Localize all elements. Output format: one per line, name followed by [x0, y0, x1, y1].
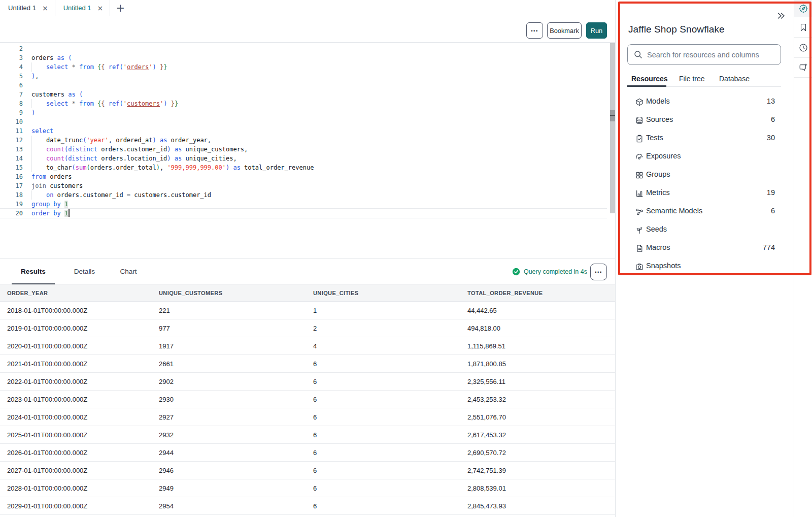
results-tab-chart[interactable]: Chart: [109, 258, 148, 284]
table-cell: 6: [313, 408, 317, 426]
table-row-0[interactable]: 2018-01-01T00:00:00.000Z221144,442.65: [0, 302, 615, 319]
resource-label: Models: [646, 97, 670, 105]
table-row-2[interactable]: 2020-01-01T00:00:00.000Z191741,115,869.5…: [0, 337, 615, 355]
resource-item-macros[interactable]: Macros774: [616, 239, 794, 257]
line-number: 12: [0, 136, 23, 145]
resource-item-sources[interactable]: Sources6: [616, 111, 794, 130]
resource-label: Exposures: [646, 152, 681, 160]
line-number: 13: [0, 145, 23, 154]
text-cursor: [69, 209, 70, 217]
run-button[interactable]: Run: [586, 22, 607, 39]
code-text: count(distinct orders.location_id) as un…: [31, 154, 237, 163]
editor-tab-1[interactable]: Untitled 1×: [55, 0, 111, 16]
sidebar-tab-resources[interactable]: Resources: [631, 75, 668, 86]
results-tab-details[interactable]: Details: [63, 258, 106, 284]
rail-chat-sparkle-button[interactable]: [794, 58, 812, 78]
table-cell: 977: [159, 319, 170, 337]
collapse-sidebar-icon[interactable]: [776, 11, 786, 20]
column-header-2[interactable]: UNIQUE_CITIES: [313, 284, 359, 302]
editor-tab-0[interactable]: Untitled 1×: [0, 0, 55, 16]
table-row-8[interactable]: 2026-01-01T00:00:00.000Z294462,690,570.7…: [0, 444, 615, 462]
results-table-header: ORDER_YEARUNIQUE_CUSTOMERSUNIQUE_CITIEST…: [0, 284, 615, 302]
code-text: ),: [31, 72, 39, 81]
table-row-3[interactable]: 2021-01-01T00:00:00.000Z266161,871,800.8…: [0, 355, 615, 373]
table-cell: 2029-01-01T00:00:00.000Z: [7, 497, 87, 515]
resource-label: Tests: [646, 134, 663, 142]
line-number: 19: [0, 200, 23, 209]
resource-count: 19: [767, 188, 775, 197]
resource-item-tests[interactable]: Tests30: [616, 130, 794, 148]
table-row-5[interactable]: 2023-01-01T00:00:00.000Z293062,453,253.3…: [0, 391, 615, 408]
table-cell: 2927: [159, 408, 174, 426]
results-tab-results[interactable]: Results: [12, 258, 55, 284]
table-row-11[interactable]: 2029-01-01T00:00:00.000Z295462,845,473.9…: [0, 497, 615, 515]
table-cell: 1: [313, 302, 317, 319]
bookmark-icon: [799, 23, 808, 32]
table-cell: 1,871,800.85: [467, 355, 506, 373]
more-options-button[interactable]: •••: [526, 22, 543, 39]
resource-item-metrics[interactable]: Metrics19: [616, 184, 794, 203]
query-status-text: Query completed in 4s: [524, 268, 587, 275]
table-row-10[interactable]: 2028-01-01T00:00:00.000Z294962,808,539.0…: [0, 479, 615, 497]
table-row-9[interactable]: 2027-01-01T00:00:00.000Z294662,742,751.3…: [0, 462, 615, 479]
resource-count: 30: [767, 134, 775, 142]
cube-icon: [635, 98, 644, 106]
resource-item-semantic-models[interactable]: Semantic Models6: [616, 203, 794, 221]
table-cell: 4: [313, 337, 317, 355]
sidebar-tab-database[interactable]: Database: [719, 75, 750, 86]
resource-item-seeds[interactable]: Seeds: [616, 221, 794, 239]
table-cell: 2023-01-01T00:00:00.000Z: [7, 391, 87, 408]
table-row-1[interactable]: 2019-01-01T00:00:00.000Z9772494,818.00: [0, 319, 615, 337]
resource-item-snapshots[interactable]: Snapshots: [616, 257, 794, 276]
resource-count: 6: [771, 115, 775, 123]
table-cell: 221: [159, 302, 170, 319]
editor-scrollbar-thumb[interactable]: [610, 110, 615, 121]
table-row-4[interactable]: 2022-01-01T00:00:00.000Z290262,325,556.1…: [0, 373, 615, 391]
resource-count: 6: [771, 207, 775, 215]
table-cell: 6: [313, 444, 317, 462]
table-row-6[interactable]: 2024-01-01T00:00:00.000Z292762,551,076.7…: [0, 408, 615, 426]
table-cell: 6: [313, 497, 317, 515]
sidebar-search-box[interactable]: [627, 44, 781, 65]
code-text: to_char(sum(orders.order_total), '999,99…: [31, 163, 314, 172]
table-cell: 2949: [159, 479, 174, 497]
table-cell: 494,818.00: [467, 319, 500, 337]
code-text: from orders: [31, 172, 72, 181]
rail-bookmark-button[interactable]: [794, 17, 812, 38]
sidebar-search-input[interactable]: [647, 51, 774, 59]
tab-close-icon[interactable]: ×: [42, 5, 48, 12]
code-line-17: 17join customers: [0, 181, 607, 190]
bookmark-button[interactable]: Bookmark: [547, 22, 582, 39]
gauge-icon: [635, 153, 644, 161]
table-cell: 2021-01-01T00:00:00.000Z: [7, 355, 87, 373]
bar-chart-icon: [635, 189, 644, 198]
table-cell: 6: [313, 426, 317, 444]
rail-history-clock-button[interactable]: [794, 38, 812, 58]
sql-editor[interactable]: 23orders as (4 select * from {{ ref('ord…: [0, 43, 615, 258]
table-cell: 2,325,556.11: [467, 373, 505, 391]
editor-scrollbar[interactable]: [610, 43, 615, 213]
resource-item-exposures[interactable]: Exposures: [616, 148, 794, 166]
column-header-1[interactable]: UNIQUE_CUSTOMERS: [159, 284, 222, 302]
results-table-body: 2018-01-01T00:00:00.000Z221144,442.65201…: [0, 302, 615, 515]
line-number: 15: [0, 163, 23, 172]
resource-item-models[interactable]: Models13: [616, 93, 794, 111]
sidebar-tab-file-tree[interactable]: File tree: [679, 75, 705, 86]
table-cell: 2,453,253.32: [467, 391, 506, 408]
editor-scrollbar-marker: [610, 115, 615, 116]
table-cell: 2026-01-01T00:00:00.000Z: [7, 444, 87, 462]
code-line-7: 7customers as (: [0, 90, 607, 99]
resource-item-groups[interactable]: Groups: [616, 166, 794, 184]
line-number: 10: [0, 117, 23, 126]
right-icon-rail: [794, 0, 812, 517]
table-row-7[interactable]: 2025-01-01T00:00:00.000Z293262,617,453.3…: [0, 426, 615, 444]
new-tab-button[interactable]: +: [110, 0, 130, 16]
code-line-3: 3orders as (: [0, 53, 607, 62]
resources-sidebar: Jaffle Shop Snowflake ResourcesFile tree…: [616, 0, 794, 517]
tab-close-icon[interactable]: ×: [97, 5, 104, 12]
column-header-0[interactable]: ORDER_YEAR: [7, 284, 48, 302]
results-more-button[interactable]: •••: [590, 264, 607, 280]
column-header-3[interactable]: TOTAL_ORDER_REVENUE: [467, 284, 543, 302]
rail-compass-button[interactable]: [794, 0, 812, 17]
code-text: select * from {{ ref('orders') }}: [31, 62, 167, 72]
